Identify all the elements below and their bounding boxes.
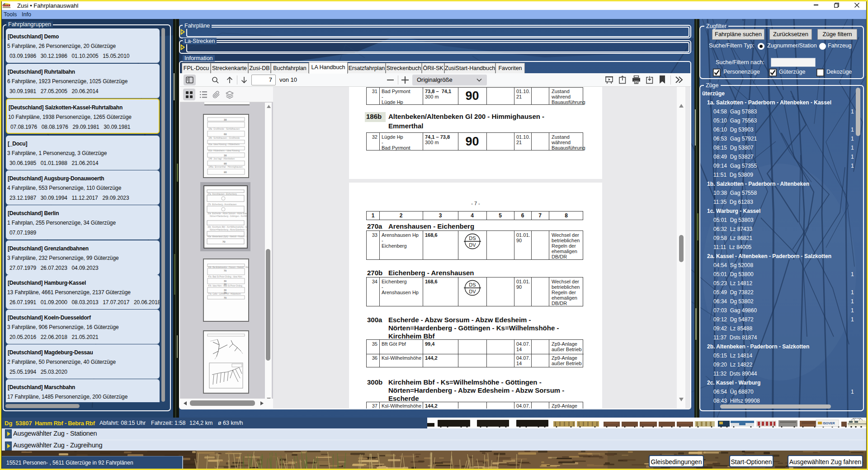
svg-text:ISOVER: ISOVER — [823, 422, 835, 425]
